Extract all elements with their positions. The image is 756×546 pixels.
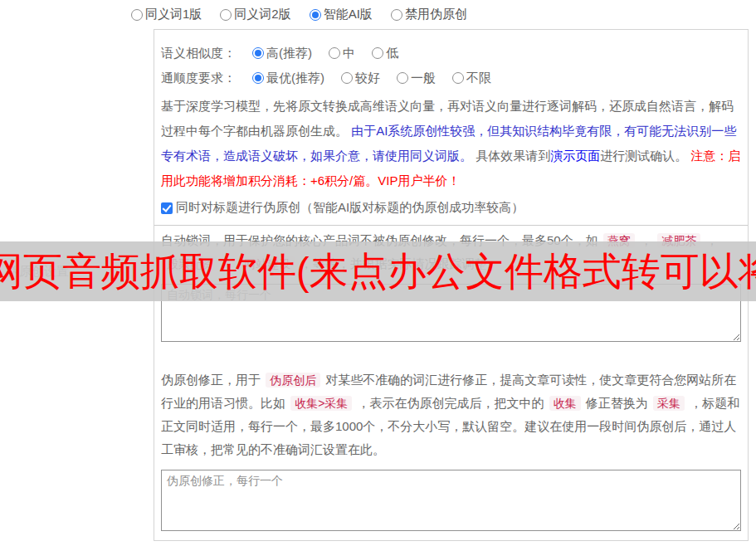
rewrite-version-radio-group: 同义词1版同义词2版智能AI版禁用伪原创 <box>131 7 467 22</box>
radio-option-label: 最优(推荐) <box>266 71 324 86</box>
semantic-similarity-row: 语义相似度： 高(推荐)中低 <box>161 41 741 66</box>
fluency-row: 通顺度要求： 最优(推荐)较好一般不限 <box>161 66 741 90</box>
keyword-pill: 燕窝 <box>603 233 635 248</box>
keyword-pill: 股票配资 <box>163 256 217 271</box>
title-rewrite-checkbox[interactable] <box>161 202 173 214</box>
radio-option-label: 高(推荐) <box>266 46 312 61</box>
radio-option-label: 不限 <box>466 71 491 86</box>
text-run: 进行测试确认。 <box>600 149 690 163</box>
text-run: 具体效果请到 <box>476 149 550 163</box>
correction-textarea[interactable] <box>161 470 741 531</box>
pseudo-original-settings-panel: 语义相似度： 高(推荐)中低 通顺度要求： 最优(推荐)较好一般不限 基于深度学… <box>154 29 749 541</box>
radio-option[interactable]: 一般 <box>397 71 436 86</box>
radio-checked-icon[interactable] <box>310 9 321 21</box>
text-run: ，等等，并根据实际情况跟踪调整。 <box>296 256 499 271</box>
radio-option[interactable]: 中 <box>329 46 355 61</box>
text-run: ， <box>702 233 718 247</box>
demo-page-link[interactable]: 演示页面 <box>550 149 600 163</box>
radio-unchecked-icon[interactable] <box>220 9 232 21</box>
correction-paragraph: 伪原创修正，用于 伪原创后 对某些不准确的词汇进行修正，提高文章可读性，使文章更… <box>161 368 741 461</box>
radio-option-label: 同义词1版 <box>145 7 202 22</box>
form-row-label: 伪原创设置 <box>7 264 69 280</box>
radio-option-label: 低 <box>386 46 398 61</box>
keyword-pill: 收集>采集 <box>290 396 352 411</box>
radio-unchecked-icon[interactable] <box>391 9 402 21</box>
radio-option[interactable]: 禁用伪原创 <box>391 7 467 22</box>
keyword-pill: 减肥茶 <box>657 233 700 248</box>
radio-unchecked-icon[interactable] <box>452 72 464 84</box>
radio-unchecked-icon[interactable] <box>341 72 353 84</box>
lock-words-textarea[interactable] <box>161 284 741 342</box>
text-run: 自动锁词，用于保护您的核心产品词不被伪原创修改，每行一个，最多50个，如 <box>161 233 602 247</box>
semantic-similarity-options: 高(推荐)中低 <box>252 46 398 61</box>
text-run: 修正替换为 <box>583 396 651 410</box>
fluency-label: 通顺度要求： <box>161 71 236 86</box>
radio-option[interactable]: 同义词1版 <box>131 7 202 22</box>
radio-unchecked-icon[interactable] <box>131 9 143 21</box>
radio-option-label: 禁用伪原创 <box>405 7 467 22</box>
lock-words-paragraph: 自动锁词，用于保护您的核心产品词不被伪原创修改，每行一个，最多50个，如 燕窝 … <box>161 229 741 275</box>
radio-option-label: 较好 <box>355 71 380 86</box>
radio-option[interactable]: 同义词2版 <box>220 7 290 22</box>
fluency-options: 最优(推荐)较好一般不限 <box>252 71 491 86</box>
keyword-pill: 采集 <box>653 396 685 411</box>
text-run: ， <box>637 233 656 247</box>
radio-option-label: 智能AI版 <box>324 7 373 22</box>
radio-option[interactable]: 智能AI版 <box>310 7 373 22</box>
text-run: ， <box>219 256 238 271</box>
radio-checked-icon[interactable] <box>252 72 264 84</box>
radio-option[interactable]: 最优(推荐) <box>252 71 324 86</box>
text-run: ，表示在伪原创完成后，把文中的 <box>354 396 547 410</box>
ai-description-paragraph: 基于深度学习模型，先将原文转换成高维语义向量，再对语义向量进行逐词解码，还原成自… <box>161 94 741 193</box>
radio-unchecked-icon[interactable] <box>372 47 383 59</box>
radio-unchecked-icon[interactable] <box>329 47 340 59</box>
keyword-pill: 收集 <box>549 396 581 411</box>
keyword-pill: 伪原创后 <box>266 373 320 388</box>
section-divider <box>154 225 748 226</box>
title-rewrite-checkbox-label: 同时对标题进行伪原创（智能AI版对标题的伪原创成功率较高） <box>176 200 524 216</box>
semantic-similarity-label: 语义相似度： <box>161 46 236 61</box>
radio-option[interactable]: 不限 <box>452 71 491 86</box>
radio-checked-icon[interactable] <box>252 47 264 59</box>
keyword-pill: 网站建设 <box>240 256 295 271</box>
radio-option-label: 一般 <box>411 71 436 86</box>
radio-option[interactable]: 较好 <box>341 71 380 86</box>
radio-option[interactable]: 高(推荐) <box>252 46 312 61</box>
radio-option[interactable]: 低 <box>372 46 398 61</box>
radio-option-label: 中 <box>343 46 355 61</box>
title-rewrite-checkbox-row[interactable]: 同时对标题进行伪原创（智能AI版对标题的伪原创成功率较高） <box>161 200 741 216</box>
radio-option-label: 同义词2版 <box>234 7 290 22</box>
radio-unchecked-icon[interactable] <box>397 72 408 84</box>
text-run: 伪原创修正，用于 <box>161 373 264 387</box>
